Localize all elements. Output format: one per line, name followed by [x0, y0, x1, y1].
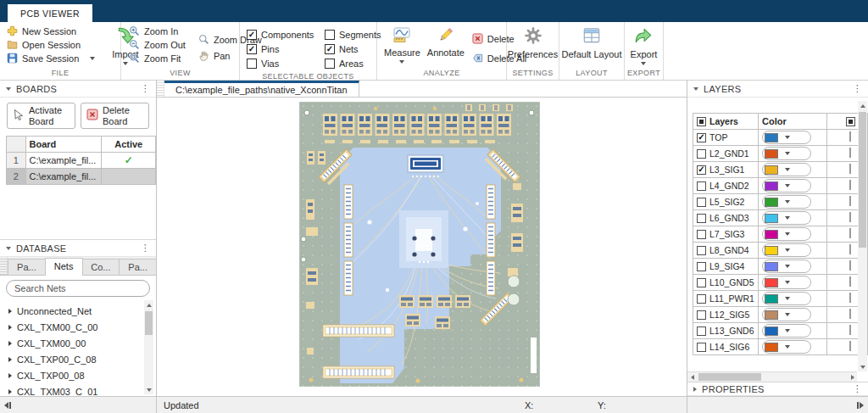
checkbox[interactable]: [325, 59, 335, 69]
tab-parts[interactable]: Pa...: [8, 259, 46, 275]
layer-color-dropdown[interactable]: [762, 324, 811, 338]
table-row[interactable]: L6_GND3: [693, 210, 868, 226]
tab-pads[interactable]: Pa...: [119, 259, 157, 275]
checkbox[interactable]: ✓: [247, 44, 257, 54]
kebab-menu-icon[interactable]: ⋮: [141, 243, 150, 254]
list-item[interactable]: Unconnected_Net: [0, 303, 156, 319]
select-all-checkbox[interactable]: [846, 117, 855, 126]
kebab-menu-icon[interactable]: ⋮: [853, 383, 862, 394]
layer-visible-checkbox[interactable]: [697, 278, 706, 287]
layer-visible-checkbox[interactable]: [697, 246, 706, 255]
layer-visible-checkbox[interactable]: ✓: [697, 165, 706, 175]
preferences-button[interactable]: Preferences: [504, 25, 561, 59]
new-session-button[interactable]: New Session: [4, 25, 97, 38]
table-row[interactable]: L7_SIG3: [693, 226, 868, 243]
layers-horizontal-scrollbar[interactable]: [687, 371, 857, 382]
table-row[interactable]: L8_GND4: [693, 243, 868, 259]
search-nets-input[interactable]: [6, 280, 150, 297]
measure-button[interactable]: Measure: [381, 25, 424, 64]
table-row[interactable]: L5_SIG2: [693, 194, 868, 210]
checkbox[interactable]: [325, 30, 335, 40]
table-row[interactable]: L2_GND1: [693, 146, 868, 162]
kebab-menu-icon[interactable]: ⋮: [141, 83, 150, 94]
chevron-down-icon[interactable]: [6, 247, 11, 250]
layer-color-dropdown[interactable]: [762, 243, 811, 257]
layer-color-dropdown[interactable]: [762, 179, 811, 193]
layer-visible-checkbox[interactable]: [697, 262, 706, 271]
layer-visible-checkbox[interactable]: [697, 214, 706, 223]
chevron-down-icon[interactable]: [90, 57, 95, 60]
save-session-button[interactable]: Save Session: [4, 52, 97, 65]
list-item[interactable]: CXL_TXP00_08: [0, 367, 156, 383]
table-row[interactable]: 2 C:\example_fil...: [7, 169, 156, 185]
table-row[interactable]: ✓TOP: [693, 130, 868, 146]
table-row[interactable]: L12_SIG5: [693, 307, 868, 323]
checkbox-segments[interactable]: Segments: [325, 27, 382, 42]
table-row[interactable]: L13_GND6: [693, 323, 868, 339]
kebab-menu-icon[interactable]: ⋮: [853, 83, 862, 94]
checkbox[interactable]: ✓: [247, 30, 257, 40]
list-item[interactable]: CXL_TXM00_00: [0, 335, 156, 351]
tab-nets[interactable]: Nets: [45, 258, 83, 276]
layer-color-dropdown[interactable]: [762, 292, 811, 305]
table-row[interactable]: L11_PWR1: [693, 291, 868, 307]
table-row[interactable]: L14_SIG6: [693, 339, 868, 355]
list-item[interactable]: CXL_TXM00_C_00: [0, 319, 156, 335]
export-button[interactable]: Export: [627, 25, 661, 65]
chevron-right-icon[interactable]: [693, 387, 697, 392]
layer-visible-checkbox[interactable]: [697, 294, 706, 304]
table-row[interactable]: L9_SIG4: [693, 259, 868, 275]
layer-color-dropdown[interactable]: [762, 131, 811, 144]
layer-visible-checkbox[interactable]: [697, 149, 706, 159]
activate-board-button[interactable]: Activate Board: [7, 103, 75, 129]
expand-arrow-icon[interactable]: [8, 357, 12, 362]
pcb-canvas[interactable]: [157, 98, 687, 396]
database-panel-header[interactable]: DATABASE ⋮: [0, 240, 156, 257]
layer-color-dropdown[interactable]: [762, 195, 811, 209]
open-session-button[interactable]: Open Session: [4, 38, 97, 52]
layer-visible-checkbox[interactable]: [697, 181, 706, 191]
checkbox-vias[interactable]: Vias: [247, 56, 325, 70]
layers-vertical-scrollbar[interactable]: [858, 101, 867, 371]
default-layout-button[interactable]: Default Layout: [559, 25, 626, 59]
layers-panel-header[interactable]: LAYERS ⋮: [687, 81, 868, 98]
layer-visible-checkbox[interactable]: ✓: [697, 133, 706, 142]
tab-components[interactable]: Co...: [82, 259, 120, 275]
layer-color-dropdown[interactable]: [762, 227, 811, 241]
layer-visible-checkbox[interactable]: [697, 198, 706, 207]
layer-visible-checkbox[interactable]: [697, 230, 706, 239]
list-item[interactable]: CXL_TXM03_C_01: [0, 383, 156, 396]
table-row[interactable]: ✓L3_SIG1: [693, 162, 868, 178]
layer-color-dropdown[interactable]: [762, 276, 811, 289]
collapse-left-panel-icon[interactable]: [4, 402, 11, 409]
layer-visible-checkbox[interactable]: [697, 343, 706, 352]
chevron-down-icon[interactable]: [693, 87, 698, 91]
collapse-right-panel-icon[interactable]: [857, 402, 864, 409]
properties-panel-header[interactable]: PROPERTIES ⋮: [687, 382, 868, 396]
expand-arrow-icon[interactable]: [8, 373, 12, 378]
chevron-down-icon[interactable]: [6, 87, 11, 91]
expand-arrow-icon[interactable]: [8, 325, 12, 330]
table-row[interactable]: 1 C:\example_fil... ✓: [7, 153, 156, 169]
tab-overflow-grip[interactable]: [157, 81, 164, 97]
layer-color-dropdown[interactable]: [762, 211, 811, 225]
layer-color-dropdown[interactable]: [762, 340, 811, 354]
delete-board-button[interactable]: Delete Board: [81, 103, 149, 129]
layer-visible-checkbox[interactable]: [697, 310, 706, 320]
layer-color-dropdown[interactable]: [762, 147, 811, 160]
layer-visible-checkbox[interactable]: [697, 326, 706, 336]
expand-arrow-icon[interactable]: [8, 341, 12, 346]
boards-panel-header[interactable]: BOARDS ⋮: [0, 81, 156, 98]
expand-arrow-icon[interactable]: [8, 389, 12, 394]
checkbox[interactable]: ✓: [325, 44, 335, 54]
table-row[interactable]: L10_GND5: [693, 275, 868, 291]
checkbox-pins[interactable]: ✓Pins: [247, 42, 325, 56]
select-all-layers-checkbox[interactable]: [697, 117, 706, 126]
layer-color-dropdown[interactable]: [762, 163, 811, 176]
document-tab[interactable]: C:\example_file_paths\native_XconnTitan: [164, 81, 359, 97]
checkbox-nets[interactable]: ✓Nets: [325, 42, 382, 56]
checkbox-areas[interactable]: Areas: [325, 56, 382, 70]
expand-arrow-icon[interactable]: [8, 309, 12, 314]
pcb-board-image[interactable]: [299, 102, 540, 387]
tab-pcb-viewer[interactable]: PCB VIEWER: [8, 4, 92, 22]
